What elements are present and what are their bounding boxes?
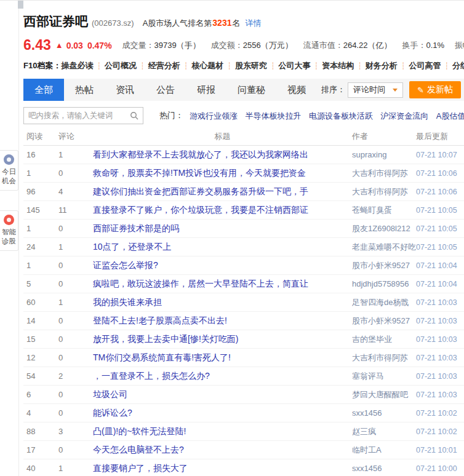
post-title-link[interactable]: ，一直登录不上，损失怎么办?	[93, 371, 352, 382]
post-author-link[interactable]: hdjdhjd5758956	[352, 279, 416, 288]
f10-links: 操盘必读 公司概况 经营分析 核心题材 股东研究 公司大事 资本结构 财务分析 …	[61, 60, 464, 71]
comment-count: 3	[58, 427, 93, 436]
post-author-link[interactable]: 赵三疯	[352, 426, 416, 437]
post-title-link[interactable]: 能诉讼么?	[93, 408, 352, 419]
post-author-link[interactable]: 塞翁评马	[352, 371, 416, 382]
search-input[interactable]	[28, 111, 127, 120]
table-row: 5 0 疯啦吧，敢玩这波操作，居然一大早登陆不上去，简直让 hdjdhjd575…	[23, 275, 464, 293]
read-count: 5	[23, 279, 58, 288]
tab[interactable]: 问董秘	[226, 79, 276, 101]
post-author-link[interactable]: 老韭菜难嚼不好吃	[352, 242, 416, 253]
post-title-link[interactable]: 证监会怎么举报?	[93, 260, 352, 271]
post-author-link[interactable]: 大吉利市得阿苏	[352, 168, 416, 179]
table-row: 24 1 10点了，还登录不上 老韭菜难嚼不好吃 07-21 10:05	[23, 238, 464, 256]
hot-topic-link[interactable]: 沪深资金流向	[380, 111, 428, 121]
f10-link[interactable]: 分红融资	[452, 60, 464, 71]
read-count: 54	[23, 371, 58, 381]
sort-dropdown[interactable]: 评论时间	[348, 82, 403, 98]
tab[interactable]: 资讯	[105, 79, 145, 101]
tab[interactable]: 研报	[186, 79, 226, 101]
hot-topic-link[interactable]: 电源设备板块活跃	[309, 111, 373, 121]
post-author-link[interactable]: 吉的堡毕业	[352, 334, 416, 345]
post-author-link[interactable]: 临时工A	[352, 445, 416, 456]
f10-link[interactable]: 股东研究	[235, 60, 267, 71]
f10-link[interactable]: 财务分析	[366, 60, 398, 71]
comment-count: 0	[58, 279, 93, 288]
post-title-link[interactable]: 凸(皿)!的~软件无法登陆!	[93, 426, 352, 437]
post-author-link[interactable]: sxx1456	[352, 464, 416, 473]
post-title-link[interactable]: 直接登录不了账户，你个垃圾玩意，我要是不注销西部证	[93, 205, 352, 216]
comment-count: 11	[58, 205, 93, 215]
tabs: 全部 热帖 资讯 公告 研报 问董秘 视频	[23, 79, 317, 101]
post-title-link[interactable]: 疯啦吧，敢玩这波操作，居然一大早登陆不上去，简直让	[93, 279, 352, 290]
f10-link[interactable]: 资本结构	[322, 60, 354, 71]
hot-topic-link[interactable]: 游戏行业领涨	[190, 111, 238, 121]
post-author-link[interactable]: supraxing	[352, 150, 416, 159]
rail-shortcut[interactable]: 今日 机会	[0, 150, 18, 191]
f10-link[interactable]: 公司高管	[409, 60, 441, 71]
post-updated-time: 07-21 10:03	[416, 298, 464, 307]
tab[interactable]: 热帖	[64, 79, 105, 101]
post-title-link[interactable]: 我的损失谁来承担	[93, 297, 352, 308]
f10-link[interactable]: 核心题材	[191, 60, 223, 71]
post-title-link[interactable]: 西部证券技术部是的吗	[93, 223, 352, 234]
post-title-link[interactable]: 登陆不上去!老子股票高点卖不出去!	[93, 315, 352, 327]
post-author-link[interactable]: 足智四海de杨戬	[352, 297, 416, 308]
post-title-link[interactable]: 建议你们抽出资金把西部证券交易服务器升级一下吧，手	[93, 186, 352, 197]
hot-topic-link[interactable]: 半导体板块拉升	[245, 111, 301, 121]
stat-label: 成交额：	[211, 41, 243, 50]
post-author-link[interactable]: 股市小虾米9527	[352, 315, 416, 327]
search-box[interactable]	[23, 107, 143, 124]
stat-label: 成交量：	[122, 41, 154, 50]
comment-count: 0	[58, 353, 93, 362]
post-author-link[interactable]: 梦回大唐醒醒吧	[352, 389, 416, 400]
tab[interactable]: 全部	[23, 79, 64, 101]
post-title-link[interactable]: 10点了，还登录不上	[93, 242, 352, 253]
post-updated-time: 07-21 10:03	[416, 354, 464, 362]
post-updated-time: 07-21 10:03	[416, 335, 464, 344]
tab[interactable]: 公告	[145, 79, 186, 101]
hot-topic-link[interactable]: A股估值分析全览	[436, 111, 464, 121]
post-title-link[interactable]: 直接要销户了，损失大了	[93, 463, 352, 474]
table-row: 60 1 我的损失谁来承担 足智四海de杨戬 07-21 10:03	[23, 293, 464, 312]
post-title-link[interactable]: 垃圾公司	[93, 389, 352, 400]
post-updated-time: 07-21 10:07	[416, 151, 464, 159]
f10-link[interactable]: 经营分析	[148, 60, 180, 71]
stat-label: 流通市值：	[303, 41, 343, 50]
post-author-link[interactable]: sxx1456	[352, 408, 416, 418]
post-title-link[interactable]: 救命呀，股票卖不掉!TM投诉也没有用，今天就要把资金	[93, 168, 352, 179]
table-row: 54 2 ，一直登录不上，损失怎么办? 塞翁评马 07-21 10:03	[23, 367, 464, 386]
f10-link[interactable]: 公司大事	[279, 60, 311, 71]
rank-detail-link[interactable]: 详情	[245, 18, 261, 29]
new-post-button[interactable]: ✎ 发新帖	[409, 81, 461, 98]
post-title-link[interactable]: 今天怎么电脑登不上去?	[93, 445, 352, 456]
post-author-link[interactable]: 大吉利市得阿苏	[352, 352, 416, 363]
table-row: 1 0 证监会怎么举报? 股市小虾米9527 07-21 10:04	[23, 256, 464, 275]
quote-stat: 振幅：1.25%	[455, 40, 464, 51]
read-count: 4	[23, 408, 58, 418]
tab[interactable]: 视频	[276, 79, 317, 101]
comment-count: 1	[58, 298, 93, 307]
post-author-link[interactable]: 股友1Z6908l212	[352, 223, 416, 234]
post-title-link[interactable]: 放开我，我要上去卖中通[惨!关灯吃面)	[93, 334, 352, 345]
sort-label: 排序：	[321, 84, 345, 95]
scrollbar-thumb[interactable]	[18, 1, 23, 9]
search-icon[interactable]	[130, 111, 138, 120]
read-count: 15	[23, 335, 58, 344]
post-title-link[interactable]: TM你们交易系统简直有毒!害死人了!	[93, 352, 352, 363]
table-header: 阅读 评论 标题 作者 最后更新	[23, 127, 464, 146]
f10-link[interactable]: 公司概况	[105, 60, 137, 71]
smart-diagnose-icon	[4, 215, 14, 225]
comment-count: 0	[58, 445, 93, 454]
comment-count: 1	[58, 150, 93, 159]
rail-shortcut[interactable]: 智能 诊股	[0, 210, 18, 251]
post-updated-time: 07-21 10:04	[416, 280, 464, 288]
post-author-link[interactable]: 股市小虾米9527	[352, 260, 416, 271]
post-author-link[interactable]: 大吉利市得阿苏	[352, 186, 416, 197]
f10-link[interactable]: 操盘必读	[61, 60, 93, 71]
post-author-link[interactable]: 苍蝇盯臭蛋	[352, 205, 416, 216]
post-title-link[interactable]: 看到大家都登录不上去我就放心了，我还以为我家网络出	[93, 149, 352, 161]
quote-stats: 成交量：39739（手） 成交额：2556（万元） 流通市值：264.22（亿）…	[122, 40, 464, 51]
header-title: 标题	[93, 131, 352, 142]
rank-suffix: 名	[232, 18, 240, 28]
